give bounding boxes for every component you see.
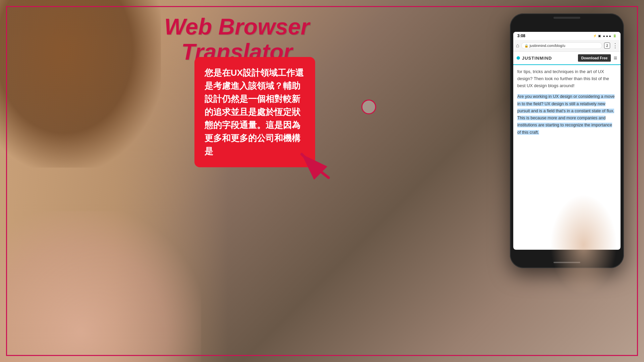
translation-text: 您是在UX設計領域工作還是考慮進入該領域？輔助設計仍然是一個相對較新的追求並且是… <box>204 68 304 156</box>
tab-badge[interactable]: 2 <box>604 43 610 49</box>
hair-overlay <box>0 0 161 168</box>
intro-partial: for tips, tricks and techniques in the a… <box>517 69 609 88</box>
site-logo-text: JUSTINMIND <box>522 56 552 61</box>
nav-actions: Download Free ≡ <box>578 54 617 62</box>
site-logo-area: JUSTINMIND <box>517 56 552 61</box>
battery-icon: 🔋 <box>613 34 617 38</box>
address-bar[interactable]: 🔒 justinmind.com/blog/u <box>521 42 602 49</box>
status-icons: ⚡ ▣ ▲▲▲ 🔋 <box>593 34 617 38</box>
site-content: for tips, tricks and techniques in the a… <box>513 65 621 139</box>
hamburger-icon[interactable]: ≡ <box>613 55 617 62</box>
highlighted-text-5: because more and <box>531 116 567 120</box>
sweater-overlay <box>0 211 201 362</box>
site-nav: JUSTINMIND Download Free ≡ <box>513 52 621 65</box>
download-free-button[interactable]: Download Free <box>578 54 611 62</box>
notification-icon: ⚡ <box>593 34 597 38</box>
highlighted-text-and-is: and is <box>531 109 543 113</box>
wifi-icon: ▲▲▲ <box>602 34 611 38</box>
title-line1: Web Browser <box>164 14 309 39</box>
highlighted-text-7: starting to <box>545 123 565 127</box>
status-time: 3:08 <box>517 34 525 38</box>
url-text: justinmind.com/blog/u <box>530 44 565 48</box>
screenshot-icon: ▣ <box>598 34 601 38</box>
teal-dot <box>517 56 520 60</box>
arrow-container <box>295 147 335 181</box>
menu-dots[interactable]: ⋮ <box>612 42 618 49</box>
status-bar: 3:08 ⚡ ▣ ▲▲▲ 🔋 <box>513 32 621 40</box>
home-icon[interactable]: ⌂ <box>516 43 519 49</box>
hand-area <box>550 194 617 295</box>
lock-icon: 🔒 <box>524 44 528 48</box>
highlighted-text-3: a field that's in a constant state <box>543 109 602 113</box>
tap-circle <box>361 100 376 114</box>
browser-chrome: ⌂ 🔒 justinmind.com/blog/u 2 ⋮ <box>513 40 621 52</box>
highlighted-paragraph[interactable]: Are you working in UX design or consider… <box>517 93 617 136</box>
site-intro-text: for tips, tricks and techniques in the a… <box>517 68 617 89</box>
phone-notch <box>553 17 580 19</box>
arrow-icon <box>295 147 339 184</box>
